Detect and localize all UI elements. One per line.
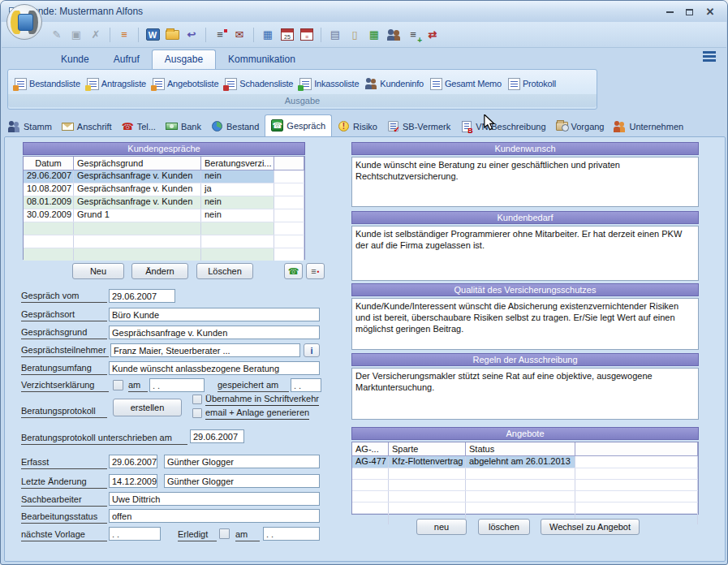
tab-sb-vermerk[interactable]: SB-Vermerk (383, 117, 454, 137)
table-row[interactable] (24, 222, 304, 235)
inkassoliste-button[interactable]: Inkassoliste (298, 76, 360, 92)
gespraechsort-label: Gesprächsort (21, 309, 107, 321)
info-button[interactable]: i (304, 343, 320, 357)
calendar-list-icon[interactable]: ≡ (299, 27, 315, 43)
angebot-neu-button[interactable]: neu (416, 519, 467, 535)
print-preview-icon[interactable]: ▤ (327, 27, 343, 43)
users-info-icon[interactable] (386, 27, 402, 43)
task-list-icon[interactable]: ≡ (212, 27, 228, 43)
tab-stamm[interactable]: Stamm (4, 117, 56, 137)
email-anlage-checkbox[interactable] (192, 408, 202, 418)
phone-list-icon[interactable]: ☎ (284, 263, 303, 279)
angebot-loeschen-button[interactable]: löschen (478, 519, 530, 535)
cancel-doc-icon[interactable]: ✗ (88, 27, 104, 43)
ribbon-tab-ausgabe[interactable]: Ausgabe (152, 50, 216, 69)
letzte-aenderung-user-input[interactable]: Günther Glogger (164, 474, 320, 488)
unterschrieben-input[interactable]: 29.06.2007 (190, 429, 244, 443)
naechste-vorlage-date-input[interactable]: . . (109, 527, 161, 541)
folder-icon[interactable] (164, 27, 180, 43)
tab-unternehmen[interactable]: Unternehmen (610, 117, 687, 137)
word-icon[interactable]: W (144, 27, 161, 43)
erstellen-button[interactable]: erstellen (113, 399, 182, 416)
qualitaet-textarea[interactable]: Kunde/Kunde/Interessent wünscht die Absi… (351, 298, 699, 350)
gespraechsort-input[interactable]: Büro Kunde (109, 308, 320, 321)
table-row[interactable] (352, 502, 698, 514)
kundeninfo-button[interactable]: Kundeninfo (364, 76, 425, 91)
ribbon-tab-kommunikation[interactable]: Kommunikation (216, 50, 308, 69)
edit-icon[interactable]: ✎ (49, 27, 65, 43)
neu-button[interactable]: Neu (72, 263, 124, 279)
menu-burger-icon[interactable] (703, 51, 716, 62)
verzichtserklaerung-checkbox[interactable] (113, 380, 123, 390)
tab-tel[interactable]: ☎Tel... (118, 117, 160, 137)
table-row[interactable]: 30.09.2009 Grund 1 nein (24, 209, 304, 222)
document-icon[interactable]: ▯ (347, 27, 363, 43)
gespeichert-am-date-input[interactable]: . . (291, 378, 321, 392)
kundenbedarf-textarea[interactable]: Kunde ist selbständiger Programmierer oh… (351, 226, 699, 281)
table-row[interactable]: 29.06.2007 Gesprächsanfrage v. Kunden ne… (24, 170, 304, 183)
erledigt-am-date-input[interactable]: . . (263, 527, 320, 541)
aendern-button[interactable]: Ändern (131, 263, 188, 279)
chart-list-icon[interactable]: ▦ (260, 27, 276, 43)
gespraechsgrund-label: Gesprächsgrund (21, 327, 107, 339)
table-row[interactable] (24, 235, 304, 248)
table-row[interactable] (352, 480, 698, 491)
list-orange-icon (15, 78, 27, 90)
gespraech-vom-input[interactable]: 29.06.2007 (109, 289, 175, 303)
app-orb-button[interactable] (6, 4, 42, 40)
gespraechsteilnehmer-input[interactable]: Franz Maier, Steuerberater ... (110, 343, 300, 357)
angebote-table[interactable]: AG-... Sparte Status AG-477 Kfz-Flottenv… (351, 442, 699, 515)
table-row[interactable] (352, 468, 698, 480)
angebotsliste-button[interactable]: Angebotsliste (151, 76, 220, 92)
schadensliste-button[interactable]: Schadensliste (223, 76, 295, 92)
red-list-icon[interactable]: ≡▪ (306, 263, 325, 279)
tab-vorgang[interactable]: Vorgang (552, 117, 609, 137)
tab-risiko[interactable]: !Risiko (334, 117, 381, 137)
minimize-icon[interactable] (662, 6, 677, 18)
erfasst-date-input[interactable]: 29.06.2007 (109, 455, 157, 468)
beratungsumfang-input[interactable]: Kunde wünscht anlassbezogene Beratung (109, 361, 320, 375)
table-row[interactable]: 10.08.2007 Gesprächsanfrage v. Kunden ja (24, 183, 304, 196)
mail-seal-icon[interactable]: ✉ (231, 27, 248, 43)
quick-access-toolbar: ✎ ▣ ✗ ≡ W ↩ ≡ ✉ ▦ 25 ≡ ▤ ▯ ▦ ≡ ⇄ (2, 22, 726, 48)
table-row[interactable]: AG-477 Kfz-Flottenvertrag abgelehnt am 2… (352, 456, 698, 468)
protokoll-button[interactable]: Protokoll (506, 76, 558, 92)
regeln-textarea[interactable]: Der Versicherungsmakler stützt seine Rat… (351, 368, 699, 420)
calendar-25-icon[interactable]: 25 (279, 27, 295, 43)
tab-anschrift[interactable]: Anschrift (58, 117, 116, 137)
people-icon (8, 120, 20, 132)
letzte-aenderung-date-input[interactable]: 14.12.2009 (109, 474, 157, 488)
table-row[interactable] (352, 491, 698, 502)
kundengespraeche-table[interactable]: Datum Gesprächsgrund Beratungsverzi... 2… (23, 156, 305, 260)
save-icon[interactable]: ▣ (68, 27, 84, 43)
letter-arrows-icon[interactable]: ⇄ (424, 27, 441, 43)
memo-icon (430, 78, 442, 90)
ribbon-tab-aufruf[interactable]: Aufruf (101, 50, 152, 69)
tab-gespraech[interactable]: ☎Gespräch (265, 114, 332, 137)
bearbeitungsstatus-input[interactable]: offen (109, 509, 320, 523)
org-list-icon[interactable]: ≡ (116, 27, 132, 43)
uebernahme-checkbox[interactable] (192, 395, 202, 404)
tab-vn-beschreibung[interactable]: VN-Beschreibung (456, 117, 549, 137)
gespraechsgrund-input[interactable]: Gesprächsanfrage v. Kunden (109, 326, 320, 339)
erfasst-user-input[interactable]: Günther Glogger (164, 455, 320, 468)
table-green-icon[interactable]: ▦ (366, 27, 382, 43)
ribbon-tab-kunde[interactable]: Kunde (49, 50, 101, 69)
maximize-icon[interactable] (682, 6, 696, 18)
back-arrow-icon[interactable]: ↩ (183, 27, 200, 43)
tab-bank[interactable]: Bank (162, 117, 205, 137)
gesamt-memo-button[interactable]: Gesamt Memo (429, 76, 503, 92)
sachbearbeiter-input[interactable]: Uwe Dittrich (109, 492, 320, 506)
close-icon[interactable]: ✕ (703, 6, 717, 18)
list-add-icon[interactable]: ≡ (405, 27, 421, 43)
am-date-input[interactable]: . . (149, 378, 205, 392)
erledigt-checkbox[interactable] (219, 528, 230, 539)
loeschen-button[interactable]: Löschen (196, 263, 253, 279)
kundenwunsch-textarea[interactable]: Kunde wünscht eine Beratung zu einer ges… (351, 157, 699, 207)
tab-bestand[interactable]: Bestand (207, 117, 263, 137)
bestandsliste-button[interactable]: Bestandsliste (13, 76, 82, 92)
wechsel-zu-angebot-button[interactable]: Wechsel zu Angebot (541, 519, 640, 535)
table-row[interactable] (24, 248, 304, 261)
antragsliste-button[interactable]: Antragsliste (85, 76, 148, 92)
table-row[interactable]: 08.01.2009 Gesprächsanfrage v. Kunden ne… (24, 196, 304, 209)
